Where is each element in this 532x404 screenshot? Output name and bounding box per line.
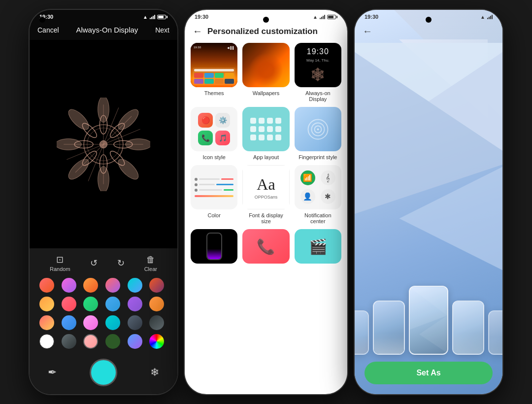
wifi-icon-1: ▲	[143, 14, 148, 20]
brush-icon[interactable]: ✒	[41, 362, 63, 383]
battery-icon-1	[157, 15, 167, 19]
color-option-24[interactable]	[149, 334, 164, 349]
status-bar-1: 19:30 ▲	[30, 10, 177, 22]
signal-icon-1	[150, 14, 155, 19]
color-option-14[interactable]	[62, 315, 76, 330]
camera-punch-hole-1	[39, 17, 45, 23]
color-option-17[interactable]	[128, 315, 142, 330]
color-option-3[interactable]	[83, 278, 98, 293]
phone-3: 19:30 ▲ ←	[355, 10, 502, 394]
clear-label: Clear	[144, 266, 157, 272]
aod-header: Cancel Always-On Display Next	[30, 22, 177, 40]
color-option-16[interactable]	[105, 315, 120, 330]
grid-row-4: 📞 🎬	[191, 229, 341, 264]
color-item[interactable]: Color	[191, 165, 237, 224]
status-icons-3: ▲	[480, 14, 493, 20]
customization-grid: 19:30◀ ▌▌	[185, 43, 347, 394]
grid-row-3: Color Aa OPPOSans Font & display size	[191, 165, 341, 224]
color-label: Color	[208, 212, 221, 218]
color-option-9[interactable]	[83, 297, 98, 311]
svg-point-34	[317, 128, 319, 130]
theme-extra-1[interactable]	[191, 229, 237, 264]
aod-snowflake-art	[57, 98, 150, 191]
color-option-10[interactable]	[105, 297, 120, 311]
font-thumb: Aa OPPOSans	[242, 165, 289, 209]
capture-button[interactable]	[90, 359, 117, 386]
aod-title: Always-On Display	[76, 26, 138, 34]
next-button[interactable]: Next	[155, 26, 169, 34]
font-item[interactable]: Aa OPPOSans Font & display size	[242, 165, 289, 224]
theme-extra-2[interactable]: 📞	[242, 229, 289, 264]
cancel-button[interactable]: Cancel	[37, 26, 59, 34]
wallpapers-thumb	[242, 43, 289, 87]
color-option-12[interactable]	[149, 297, 164, 311]
grid-row-2: 🔴 ⚙️ 📞 🎵 Icon style	[191, 107, 341, 160]
status-time-3: 19:30	[365, 14, 378, 20]
theme-extra-3[interactable]: 🎬	[295, 229, 341, 264]
random-control[interactable]: ⊡ Random	[50, 254, 70, 272]
wallpapers-label: Wallpapers	[253, 90, 280, 96]
fingerprint-style-thumb	[295, 107, 341, 151]
grid-row-1: 19:30◀ ▌▌	[191, 43, 341, 102]
color-option-6[interactable]	[149, 278, 164, 293]
notification-label: Notification center	[304, 212, 331, 224]
color-option-2[interactable]	[62, 278, 76, 293]
notification-item[interactable]: 📶 𝄞 👤 ✱ Notification center	[295, 165, 341, 224]
app-layout-thumb	[242, 107, 289, 151]
svg-point-3	[115, 156, 142, 182]
font-label: Font & display size	[249, 212, 283, 224]
bottom-action-bar: ✒ ❄	[37, 355, 169, 390]
wifi-icon-3: ▲	[480, 14, 485, 20]
dice-icon: ⊡	[56, 254, 64, 265]
color-option-18[interactable]	[149, 315, 164, 330]
phone1-screen: 19:30 ▲ Cancel Always-On Display Next	[30, 10, 177, 394]
color-option-1[interactable]	[39, 278, 54, 293]
phone-1: 19:30 ▲ Cancel Always-On Display Next	[30, 10, 177, 394]
color-palette	[37, 278, 169, 349]
signal-icon-2	[320, 14, 325, 19]
back-button-2[interactable]: ←	[193, 26, 202, 37]
icon-style-item[interactable]: 🔴 ⚙️ 📞 🎵 Icon style	[191, 107, 237, 160]
effect-icon[interactable]: ❄	[144, 362, 166, 383]
status-icons-2: ▲	[313, 14, 337, 20]
phone-2: 19:30 ▲ ← Personalized customization	[185, 10, 347, 394]
back-button-3[interactable]: ←	[363, 26, 372, 37]
color-option-15[interactable]	[83, 315, 98, 330]
svg-point-7	[66, 106, 92, 133]
set-as-button[interactable]: Set As	[365, 362, 493, 384]
undo-icon: ↺	[90, 258, 98, 269]
color-option-5[interactable]	[128, 278, 142, 293]
phone2-screen: 19:30 ▲ ← Personalized customization	[185, 10, 347, 394]
clear-control[interactable]: 🗑 Clear	[144, 255, 157, 272]
color-option-23[interactable]	[128, 334, 142, 349]
customization-title: Personalized customization	[207, 27, 318, 36]
icon-style-thumb: 🔴 ⚙️ 📞 🎵	[191, 107, 237, 151]
color-option-20[interactable]	[62, 334, 76, 349]
signal-icon-3	[487, 14, 493, 19]
aod-item[interactable]: 19:30 May 14, Thu.	[295, 43, 341, 102]
aod-preview-area	[30, 40, 177, 248]
color-option-8[interactable]	[62, 297, 76, 311]
wallpapers-item[interactable]: Wallpapers	[242, 43, 289, 102]
color-option-13[interactable]	[39, 315, 54, 330]
redo-control[interactable]: ↻	[117, 258, 125, 269]
aod-thumb: 19:30 May 14, Thu.	[295, 43, 341, 87]
color-thumb	[191, 165, 237, 209]
fingerprint-style-item[interactable]: Fingerprint style	[295, 107, 341, 160]
undo-control[interactable]: ↺	[90, 258, 98, 269]
color-option-7[interactable]	[39, 297, 54, 311]
wifi-icon-2: ▲	[313, 14, 318, 20]
color-option-21[interactable]	[83, 334, 98, 349]
color-option-22[interactable]	[105, 334, 120, 349]
color-option-11[interactable]	[128, 297, 142, 311]
wallpaper-set-header: ←	[355, 22, 502, 43]
color-option-4[interactable]	[105, 278, 120, 293]
app-layout-item[interactable]: App layout	[242, 107, 289, 160]
random-label: Random	[50, 266, 70, 272]
themes-item[interactable]: 19:30◀ ▌▌	[191, 43, 237, 102]
color-option-19[interactable]	[39, 334, 54, 349]
customization-header: ← Personalized customization	[185, 22, 347, 43]
themes-thumb: 19:30◀ ▌▌	[191, 43, 237, 87]
fingerprint-style-label: Fingerprint style	[299, 154, 337, 160]
themes-label: Themes	[204, 90, 224, 96]
